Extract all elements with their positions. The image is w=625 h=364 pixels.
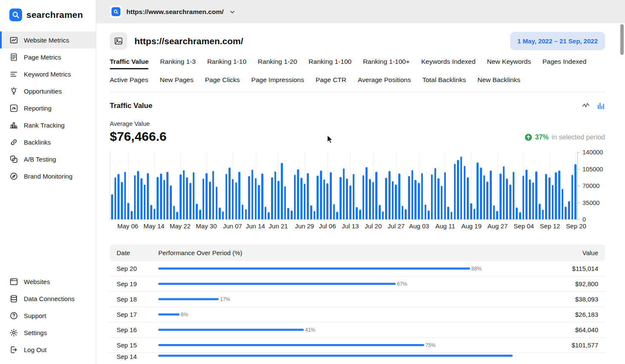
opportunities-icon (9, 87, 18, 96)
bar (379, 205, 381, 219)
tab-ranking-1-20[interactable]: Ranking 1-20 (258, 58, 297, 69)
tab-page-ctr[interactable]: Page CTR (316, 76, 346, 88)
tab-ranking-1-3[interactable]: Ranking 1-3 (160, 58, 196, 69)
bar (209, 182, 211, 219)
sidebar-item-label: Website Metrics (24, 37, 69, 44)
sidebar-item-reporting[interactable]: Reporting (0, 100, 96, 117)
bar-chart-icon[interactable] (596, 102, 605, 110)
y-tick-label: 70000 (582, 182, 599, 189)
bar (382, 211, 384, 219)
chart-y-axis: 03500070000105000140000 (578, 152, 605, 219)
tab-traffic-value[interactable]: Traffic Value (110, 58, 148, 69)
performance-bar (158, 267, 470, 270)
sidebar-item-a-b-testing[interactable]: A/B Testing (0, 151, 96, 168)
data-connections-icon (9, 294, 18, 303)
tab-new-backlinks[interactable]: New Backlinks (477, 76, 520, 88)
table-row: Sep 1967%$92,800 (110, 276, 605, 292)
row-value: $101,577 (530, 341, 598, 349)
chart-x-axis: May 06May 14May 22May 30Jun 07Jun 14Jun … (110, 222, 578, 233)
sidebar-item-support[interactable]: Support (0, 307, 96, 324)
change-note: in selected period (552, 134, 605, 141)
y-tick (578, 203, 580, 203)
bar (271, 177, 273, 219)
bar (516, 208, 518, 219)
performance-table: Date Performance Over Period (%) Value S… (110, 245, 605, 364)
bar (235, 182, 237, 219)
rank-tracking-icon (9, 121, 18, 130)
bar (144, 185, 146, 219)
bar (411, 170, 414, 219)
sidebar-item-websites[interactable]: Websites (0, 273, 96, 290)
chart-type-toggles (582, 102, 605, 110)
sidebar-item-label: A/B Testing (24, 156, 56, 163)
url-text: https://www.searchramen.com/ (126, 8, 224, 16)
sidebar: searchramen Website MetricsPage MetricsK… (0, 0, 96, 364)
row-performance: 6% (158, 312, 530, 318)
row-date: Sep 17 (117, 311, 158, 318)
bar (431, 174, 433, 219)
page-header: https://searchramen.com/ 1 May, 2022 – 2… (110, 32, 605, 50)
sidebar-item-label: Page Metrics (24, 54, 61, 61)
bar (405, 209, 407, 219)
row-value: $64,040 (530, 326, 598, 333)
sidebar-item-website-metrics[interactable]: Website Metrics (0, 31, 96, 48)
tab-ranking-1-10[interactable]: Ranking 1-10 (207, 58, 246, 69)
sidebar-item-settings[interactable]: Settings (0, 324, 96, 341)
performance-percent: 17% (220, 296, 230, 302)
tab-total-backlinks[interactable]: Total Backlinks (422, 76, 466, 88)
logo-text: searchramen (26, 10, 83, 20)
bar (203, 179, 205, 219)
app: searchramen Website MetricsPage MetricsK… (0, 0, 625, 364)
sidebar-item-data-connections[interactable]: Data Connections (0, 290, 96, 307)
bar (372, 182, 374, 219)
sidebar-item-label: Reporting (24, 105, 51, 112)
bar (238, 172, 240, 219)
sidebar-item-rank-tracking[interactable]: Rank Tracking (0, 117, 96, 134)
bar (398, 173, 400, 219)
performance-percent: 41% (305, 327, 315, 333)
row-value: $92,800 (530, 280, 598, 287)
tab-active-pages[interactable]: Active Pages (110, 76, 148, 88)
bar (117, 174, 120, 219)
tab-average-positions[interactable]: Average Positions (358, 76, 411, 88)
tab-new-pages[interactable]: New Pages (160, 76, 193, 88)
sidebar-item-backlinks[interactable]: Backlinks (0, 134, 96, 151)
url-dropdown[interactable]: https://www.searchramen.com/ (110, 6, 236, 18)
sidebar-item-brand-monitoring[interactable]: Brand Monitoring (0, 168, 96, 185)
bar (402, 206, 404, 219)
sidebar-item-label: Opportunities (24, 88, 62, 95)
sidebar-item-log-out[interactable]: Log Out (0, 341, 96, 358)
bar (134, 175, 136, 219)
tab-page-clicks[interactable]: Page Clicks (205, 76, 240, 88)
bar (506, 179, 508, 219)
x-tick-label: Sep 12 (540, 222, 560, 230)
bar (529, 179, 531, 219)
tab-pages-indexed[interactable]: Pages Indexed (542, 58, 586, 69)
x-tick-label: Jul 20 (365, 222, 382, 230)
date-range-picker[interactable]: 1 May, 2022 – 21 Sep, 2022 (510, 32, 605, 50)
row-performance: 41% (158, 327, 530, 333)
x-tick-label: May 30 (196, 222, 217, 230)
arrow-up-circle-icon (525, 134, 532, 141)
chart-plot-area (110, 152, 578, 219)
tab-keywords-indexed[interactable]: Keywords Indexed (421, 58, 476, 69)
bar (225, 174, 228, 219)
bar (493, 205, 495, 219)
tab-new-keywords[interactable]: New Keywords (487, 58, 531, 69)
tab-ranking-1-100[interactable]: Ranking 1-100 (308, 58, 351, 69)
row-value: $115,014 (530, 265, 598, 272)
sidebar-nav-main: Website MetricsPage MetricsKeyword Metri… (0, 31, 96, 185)
bar (353, 174, 355, 219)
x-tick-label: Jun 21 (269, 222, 288, 230)
bar (425, 205, 427, 219)
performance-percent: 88% (471, 266, 482, 272)
vertical-scrollbar[interactable] (620, 24, 624, 55)
sidebar-item-opportunities[interactable]: Opportunities (0, 82, 96, 100)
line-chart-icon[interactable] (582, 102, 590, 110)
sidebar-item-label: Log Out (24, 346, 46, 353)
bar (186, 177, 188, 219)
tab-ranking-1-100[interactable]: Ranking 1-100+ (363, 58, 410, 69)
tab-page-impressions[interactable]: Page Impressions (251, 76, 304, 88)
sidebar-item-keyword-metrics[interactable]: Keyword Metrics (0, 65, 96, 82)
sidebar-item-page-metrics[interactable]: Page Metrics (0, 48, 96, 65)
